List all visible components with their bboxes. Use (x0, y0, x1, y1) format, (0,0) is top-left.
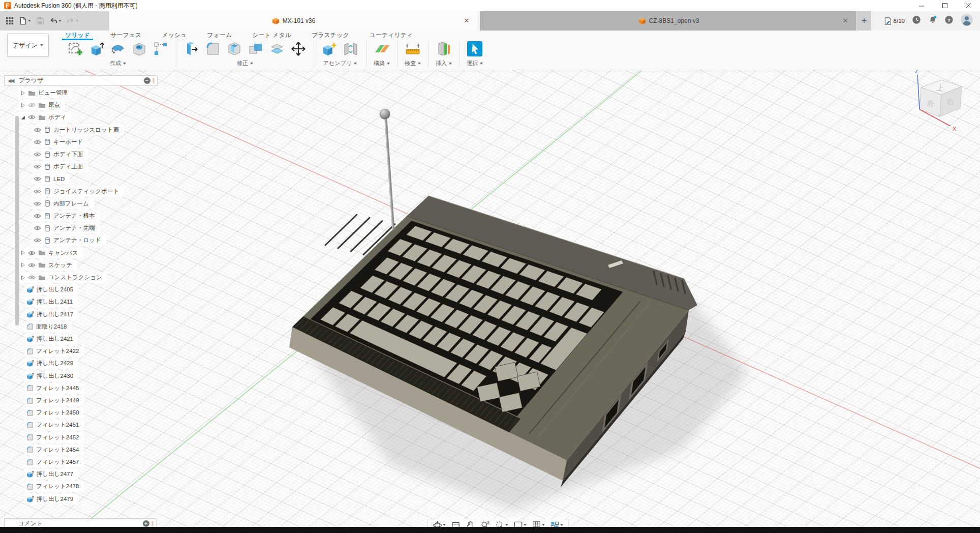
disclosure-collapsed-icon[interactable] (20, 262, 25, 268)
panel-grip-icon[interactable]: ∥ (151, 520, 155, 527)
browser-row[interactable]: ボディ (18, 112, 71, 123)
redo-button[interactable] (65, 15, 80, 26)
browser-row[interactable]: 押し出し2417 (24, 309, 78, 320)
visibility-eye-icon[interactable] (34, 213, 41, 219)
browser-row[interactable]: 押し出し2429 (24, 358, 78, 369)
browser-row[interactable]: キャンバス (18, 248, 83, 258)
visibility-eye-icon[interactable] (34, 176, 41, 182)
app-grid-icon[interactable] (4, 15, 15, 26)
visibility-eye-icon[interactable] (34, 189, 41, 194)
tab-close-icon[interactable]: ✕ (841, 17, 849, 25)
ribbon-group-label[interactable]: 選択 (467, 60, 483, 67)
ribbon-tab[interactable]: プラスチック (301, 31, 359, 39)
disclosure-collapsed-icon[interactable] (20, 91, 25, 96)
browser-row[interactable]: フィレット2454 (24, 445, 84, 455)
browser-row[interactable]: フィレット2445 (24, 383, 84, 394)
visibility-eye-icon[interactable] (34, 139, 41, 145)
press-pull-icon[interactable] (182, 40, 201, 58)
browser-row[interactable]: アンテナ・根本 (32, 211, 100, 221)
visibility-eye-icon[interactable] (34, 164, 41, 169)
close-button[interactable] (957, 0, 980, 11)
split-icon[interactable] (268, 40, 286, 58)
ribbon-tab[interactable]: ユーティリティ (359, 31, 423, 39)
browser-row[interactable]: LED (32, 173, 70, 184)
measure-icon[interactable] (404, 40, 422, 58)
select-icon[interactable] (466, 40, 484, 58)
pattern-icon[interactable] (151, 40, 170, 58)
new-tab-button[interactable]: + (857, 11, 871, 31)
panel-grip-icon[interactable]: ∥ (152, 77, 156, 84)
new-component-icon[interactable] (320, 40, 339, 58)
browser-row[interactable]: 押し出し2430 (24, 371, 78, 381)
job-status-button[interactable] (912, 15, 921, 26)
visibility-eye-off-icon[interactable] (28, 102, 36, 108)
hole-icon[interactable] (130, 40, 148, 58)
ribbon-tab[interactable]: フォーム (197, 31, 242, 39)
browser-panel-header[interactable]: ◀◀ ブラウザ − ∥ (4, 75, 158, 86)
minimize-button[interactable] (910, 0, 933, 11)
file-menu-button[interactable] (17, 15, 33, 26)
browser-row[interactable]: カートリッジスロット蓋 (32, 125, 124, 135)
document-tab-inactive[interactable]: CZ-8BS1_open v3 ✕ (480, 11, 856, 31)
move-icon[interactable] (289, 40, 308, 58)
workspace-selector[interactable]: デザイン (7, 34, 49, 57)
ribbon-tab[interactable]: サーフェス (100, 31, 151, 39)
disclosure-collapsed-icon[interactable] (20, 275, 25, 280)
ribbon-group-label[interactable]: アセンブリ (323, 60, 357, 67)
browser-row[interactable]: 押し出し2477 (24, 469, 78, 480)
browser-row[interactable]: ビュー管理 (18, 87, 73, 98)
browser-row[interactable]: フィレット2451 (24, 420, 84, 430)
browser-row[interactable]: スケッチ (18, 260, 77, 271)
browser-row[interactable]: アンテナ・先端 (32, 223, 100, 233)
document-tab-active[interactable]: MX-101 v36 ✕ (109, 11, 478, 31)
maximize-button[interactable] (933, 0, 957, 11)
notifications-bell-icon[interactable] (928, 15, 937, 26)
visibility-eye-icon[interactable] (34, 152, 41, 157)
browser-row[interactable]: ボディ下面 (32, 149, 88, 160)
shell-icon[interactable] (225, 40, 243, 58)
ribbon-tab[interactable]: シート メタル (242, 31, 301, 39)
create-sketch-icon[interactable] (66, 40, 84, 58)
ribbon-tab[interactable]: ソリッド (55, 31, 100, 39)
browser-row[interactable]: 押し出し2405 (24, 284, 78, 295)
plane-icon[interactable] (373, 40, 391, 58)
visibility-eye-icon[interactable] (28, 114, 36, 120)
combine-icon[interactable] (247, 40, 265, 58)
browser-row[interactable]: フィレット2422 (24, 346, 84, 357)
ribbon-group-label[interactable]: 修正 (237, 60, 253, 67)
undo-button[interactable] (48, 15, 63, 26)
browser-row[interactable]: フィレット2457 (24, 457, 84, 467)
visibility-eye-icon[interactable] (34, 201, 41, 206)
browser-row[interactable]: 押し出し2411 (24, 297, 78, 307)
visibility-eye-icon[interactable] (28, 250, 36, 256)
joint-icon[interactable] (342, 40, 360, 58)
disclosure-expanded-icon[interactable] (20, 115, 25, 120)
browser-row[interactable]: 押し出し2479 (24, 494, 78, 505)
browser-minimize-icon[interactable]: − (144, 77, 150, 84)
browser-row[interactable]: フィレット2452 (24, 432, 84, 443)
collapse-panel-icon[interactable]: ◀◀ (5, 78, 15, 83)
visibility-eye-icon[interactable] (34, 238, 41, 243)
browser-row[interactable]: 原点 (18, 100, 65, 110)
ribbon-tab[interactable]: メッシュ (151, 31, 197, 39)
visibility-eye-icon[interactable] (28, 275, 36, 280)
browser-row[interactable]: 面取り2418 (24, 321, 72, 332)
browser-row[interactable]: キーボード (32, 137, 88, 147)
browser-row[interactable]: 押し出し2421 (24, 334, 78, 344)
ribbon-group-label[interactable]: 作成 (110, 60, 126, 67)
ribbon-group-label[interactable]: 検査 (405, 60, 421, 67)
ribbon-group-label[interactable]: 構築 (374, 60, 390, 67)
help-icon[interactable]: ? (944, 15, 954, 26)
fillet-icon[interactable] (204, 40, 222, 58)
revolve-icon[interactable] (109, 40, 127, 58)
ribbon-group-label[interactable]: 挿入 (436, 60, 452, 67)
avatar[interactable] (961, 14, 973, 28)
browser-row[interactable]: ボディ上面 (32, 161, 88, 172)
browser-row[interactable]: フィレット2450 (24, 407, 84, 418)
browser-row[interactable]: コンストラクション (18, 272, 107, 283)
browser-scrollbar[interactable] (15, 116, 19, 325)
browser-row[interactable]: ジョイスティックポート (32, 186, 124, 197)
visibility-eye-icon[interactable] (28, 262, 36, 268)
extensions-button[interactable]: 8/10 (883, 17, 905, 25)
save-button[interactable] (35, 15, 46, 26)
